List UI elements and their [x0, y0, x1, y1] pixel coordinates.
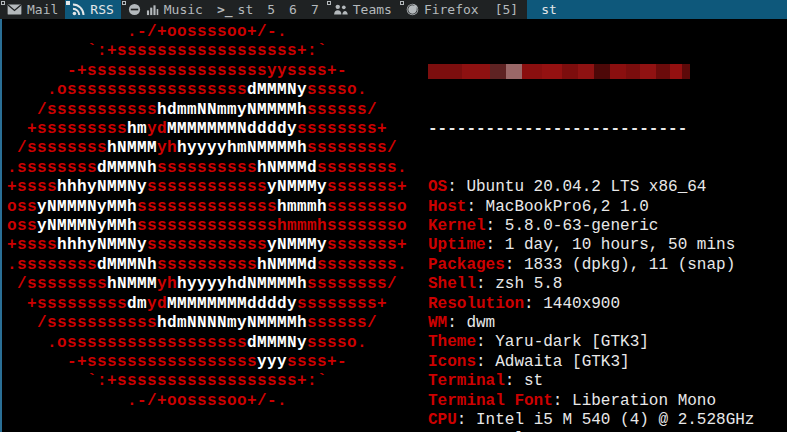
tag-6[interactable]: 6 — [282, 0, 304, 19]
terminal-window[interactable]: .-/+oossssoo+/-. `:+ssssssssssssssssss+:… — [0, 19, 787, 432]
art-red-segment: /sssssssssss — [7, 101, 157, 119]
censor-bar — [428, 64, 690, 79]
tag-teams[interactable]: Teams — [326, 0, 399, 19]
people-icon — [333, 4, 348, 15]
record-icon — [128, 3, 141, 16]
tag-label: Firefox — [424, 2, 479, 17]
info-value: 1 day, 10 hours, 50 mins — [505, 236, 735, 254]
censor-block — [428, 64, 462, 79]
art-red-segment: -+ssssssssssssssssssyyssss+- — [7, 62, 347, 80]
info-label: Icons — [428, 353, 476, 371]
censor-block — [578, 64, 594, 79]
info-label: Host — [428, 198, 466, 216]
ascii-art-line: .ssssssssdMMMNhsssssssssshNMMMdssssssss. — [7, 159, 407, 178]
art-white-segment: hhhyNMMNy — [57, 178, 147, 196]
neofetch-ascii-logo: .-/+oossssoo+/-. `:+ssssssssssssssssss+:… — [7, 23, 407, 411]
art-red-segment: /ssssssss — [7, 275, 107, 293]
art-red-segment: +sssssssss — [7, 295, 127, 313]
ascii-art-line: /sssssssshNMMMyhhyyyyhmNMMMMhssssssss/ — [7, 139, 407, 158]
info-row-host: Host: MacBookPro6,2 1.0 — [428, 198, 754, 217]
art-red-segment: /ssssssss — [7, 139, 107, 157]
ascii-art-line: .-/+oossssoo+/-. — [7, 23, 407, 42]
info-separator: : — [505, 372, 524, 390]
info-separator: : — [553, 392, 572, 410]
art-red-segment: sssssss+ — [327, 236, 407, 254]
info-separator: : — [505, 256, 524, 274]
art-red-segment: ssssssss+ — [297, 120, 387, 138]
censor-block — [682, 64, 690, 79]
info-separator: : — [447, 314, 466, 332]
art-red-segment: sssssss+ — [327, 178, 407, 196]
art-white-segment: yyy — [257, 353, 287, 371]
art-red-segment: ssssssssss — [157, 159, 257, 177]
neofetch-info-column: --------------------------- OS: Ubuntu 2… — [428, 23, 754, 432]
art-red-segment: .ossssssssssssssssss — [7, 81, 247, 99]
info-value: dwm — [466, 314, 495, 332]
info-separator: : — [476, 275, 495, 293]
info-value: st — [524, 372, 543, 390]
tag-music[interactable]: Music — [121, 0, 210, 19]
art-red-segment: .ssssssss — [7, 256, 97, 274]
art-white-segment: yNMMMy — [267, 236, 327, 254]
client-indicator-hollow — [122, 1, 126, 5]
ascii-art-line: .ossssssssssssssssssdMMMNysssso. — [7, 334, 407, 353]
art-white-segment: hhhyNMMNy — [57, 236, 147, 254]
art-red-segment: ssssssss/ — [307, 275, 397, 293]
censor-block — [670, 64, 682, 79]
ascii-art-line: ossyNMMMNyMMhsssssssssssssshmmmhssssssso — [7, 217, 407, 236]
art-red-segment: oss — [7, 198, 37, 216]
info-label: Terminal Font — [428, 392, 553, 410]
tag-firefox[interactable]: Firefox — [399, 0, 486, 19]
ascii-art-line: +sssshhhyNMMNyssssssssssssyNMMMysssssss+ — [7, 178, 407, 197]
art-white-segment: hyyyyhmNMMMMh — [177, 139, 307, 157]
info-value: 5.8.0-63-generic — [505, 217, 659, 235]
status-bar: MailRSSMusic>_st567TeamsFirefox [5] st — [0, 0, 787, 19]
window-title-area: st — [527, 0, 787, 19]
client-indicator-filled — [66, 1, 70, 5]
tag-label: 7 — [311, 2, 319, 17]
tag-7[interactable]: 7 — [304, 0, 326, 19]
art-red-segment: ssss+- — [287, 353, 347, 371]
censor-block — [640, 64, 656, 79]
firefox-icon — [406, 3, 419, 16]
info-row-kernel: Kernel: 5.8.0-63-generic — [428, 217, 754, 236]
info-value: zsh 5.8 — [495, 275, 562, 293]
info-value: MacBookPro6,2 1.0 — [486, 198, 649, 216]
ascii-art-line: .-/+oossssoo+/-. — [7, 392, 407, 411]
tag-label: Music — [164, 2, 203, 17]
tag-5[interactable]: 5 — [260, 0, 282, 19]
info-separator: : — [476, 333, 495, 351]
art-white-segment: hm — [127, 120, 147, 138]
info-value: 1833 (dpkg), 11 (snap) — [524, 256, 735, 274]
tag-mail[interactable]: Mail — [0, 0, 65, 19]
art-white-segment: yNMMMy — [267, 178, 327, 196]
tag-st[interactable]: >_st — [210, 0, 260, 19]
info-label: Shell — [428, 275, 476, 293]
client-indicator-hollow — [1, 1, 5, 5]
ascii-art-line: +sssshhhyNMMNyssssssssssssyNMMMysssssss+ — [7, 236, 407, 255]
ascii-art-line: -+sssssssssssssssssyyyssss+- — [7, 353, 407, 372]
info-separator: : — [476, 353, 495, 371]
ascii-art-line: .ssssssssdMMMNhsssssssssshNMMMdssssssss. — [7, 256, 407, 275]
tag-rss[interactable]: RSS — [65, 0, 120, 19]
info-separator: : — [524, 295, 543, 313]
layout-symbol: [5] — [486, 0, 527, 19]
ascii-art-line: +ssssssssshmydMMMMMMMNddddyssssssss+ — [7, 120, 407, 139]
art-red-segment: ssssss/ — [307, 314, 377, 332]
censor-block — [610, 64, 626, 79]
art-red-segment: `:+ssssssssssssssssss+:` — [7, 372, 327, 390]
art-white-segment: hNMMMd — [257, 256, 317, 274]
censor-block — [522, 64, 542, 79]
art-red-segment: sssssssssssssshmmmhssssssso — [137, 217, 407, 235]
info-label: Resolution — [428, 295, 524, 313]
info-label: WM — [428, 314, 447, 332]
info-row-shell: Shell: zsh 5.8 — [428, 275, 754, 294]
window-border — [0, 19, 2, 432]
art-white-segment: hdmmNNmmyNMMMMh — [157, 101, 307, 119]
info-label: Packages — [428, 256, 505, 274]
equalizer-icon — [146, 3, 159, 16]
info-label: CPU — [428, 411, 457, 429]
art-white-segment: MMMMMMMMddddy — [167, 295, 297, 313]
art-red-segment: yh — [157, 275, 177, 293]
art-red-segment: ssssssso — [327, 198, 407, 216]
